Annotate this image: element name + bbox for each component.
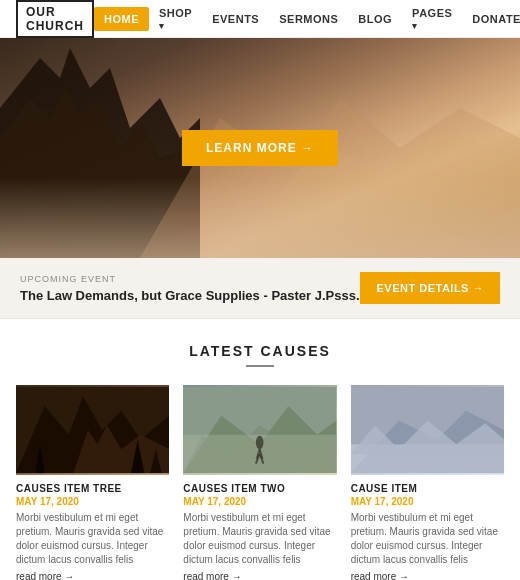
- cause-read-more-1[interactable]: read more: [16, 571, 169, 580]
- logo: OUR CHURCH: [16, 0, 94, 38]
- causes-grid: CAUSES ITEM TREE MAY 17, 2020 Morbi vest…: [16, 385, 504, 580]
- svg-rect-11: [137, 459, 140, 473]
- cause-read-more-3[interactable]: read more: [351, 571, 504, 580]
- nav-events[interactable]: EVENTS: [202, 7, 269, 31]
- causes-title: LATEST CAUSES: [16, 343, 504, 359]
- event-label: UPCOMING EVENT: [20, 274, 360, 284]
- cause-img-svg-3: [351, 385, 504, 475]
- nav-pages[interactable]: PAGES: [402, 1, 462, 37]
- cause-text-3: Morbi vestibulum et mi eget pretium. Mau…: [351, 511, 504, 567]
- main-nav: HOME SHOP EVENTS SERMONS BLOG PAGES DONA…: [94, 1, 520, 37]
- event-details-button[interactable]: EVENT DETAILS →: [360, 272, 500, 304]
- cause-image-1: [16, 385, 169, 475]
- cause-title-2: CAUSES ITEM TWO: [183, 483, 336, 494]
- nav-home[interactable]: HOME: [94, 7, 149, 31]
- cause-img-svg-2: [183, 385, 336, 475]
- cause-read-more-2[interactable]: read more: [183, 571, 336, 580]
- hero-cta-container: LEARN MORE →: [182, 130, 338, 166]
- nav-sermons[interactable]: SERMONS: [269, 7, 348, 31]
- cause-title-3: CAUSE ITEM: [351, 483, 504, 494]
- causes-divider: [246, 365, 274, 367]
- causes-section: LATEST CAUSES CAUSES ITEM TREE MAY 17, 2: [0, 319, 520, 580]
- hero-mist: [0, 178, 520, 258]
- cause-card-1: CAUSES ITEM TREE MAY 17, 2020 Morbi vest…: [16, 385, 169, 580]
- cause-text-2: Morbi vestibulum et mi eget pretium. Mau…: [183, 511, 336, 567]
- nav-blog[interactable]: BLOG: [348, 7, 402, 31]
- svg-point-16: [256, 436, 264, 449]
- hero-section: LEARN MORE →: [0, 38, 520, 258]
- cause-image-2: [183, 385, 336, 475]
- cause-card-2: CAUSES ITEM TWO MAY 17, 2020 Morbi vesti…: [183, 385, 336, 580]
- cause-image-3: [351, 385, 504, 475]
- event-info: UPCOMING EVENT The Law Demands, but Grac…: [20, 274, 360, 303]
- cause-date-1: MAY 17, 2020: [16, 496, 169, 507]
- cause-img-svg-1: [16, 385, 169, 475]
- event-title: The Law Demands, but Grace Supplies - Pa…: [20, 288, 360, 303]
- nav-donate[interactable]: DONATE: [462, 7, 520, 31]
- cause-date-2: MAY 17, 2020: [183, 496, 336, 507]
- nav-shop[interactable]: SHOP: [149, 1, 202, 37]
- cause-card-3: CAUSE ITEM MAY 17, 2020 Morbi vestibulum…: [351, 385, 504, 580]
- event-banner: UPCOMING EVENT The Law Demands, but Grac…: [0, 258, 520, 319]
- svg-rect-10: [39, 464, 42, 474]
- cause-date-3: MAY 17, 2020: [351, 496, 504, 507]
- header: OUR CHURCH HOME SHOP EVENTS SERMONS BLOG…: [0, 0, 520, 38]
- learn-more-button[interactable]: LEARN MORE →: [182, 130, 338, 166]
- cause-text-1: Morbi vestibulum et mi eget pretium. Mau…: [16, 511, 169, 567]
- cause-title-1: CAUSES ITEM TREE: [16, 483, 169, 494]
